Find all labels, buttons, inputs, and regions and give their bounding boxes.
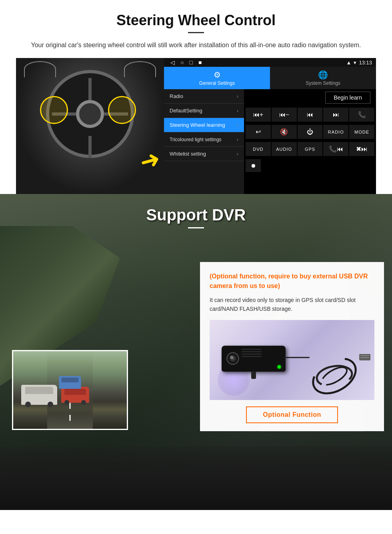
control-row-2: ↩ 🔇 ⏻ RADIO MODE [244, 123, 376, 140]
steering-wheel-bg: ➜ [16, 58, 164, 194]
begin-learn-button[interactable]: Begin learn [325, 92, 370, 104]
menu-label-tricolour: Tricoloured light settings [170, 137, 222, 142]
chevron-right-icon: › [237, 122, 238, 128]
status-time: 13:13 [359, 60, 372, 66]
chevron-right-icon: › [237, 136, 238, 142]
dvr-icon-button[interactable]: ⏺ [246, 159, 261, 172]
steering-wheel-photo: ➜ [16, 58, 164, 194]
signal-icon: ▲ [346, 60, 352, 66]
call-prev-button[interactable]: 📞⏮ [323, 142, 348, 156]
steering-section: Steering Wheel Control Your original car… [0, 0, 392, 194]
highlight-right [108, 96, 136, 124]
radio-button[interactable]: RADIO [323, 125, 348, 139]
prev-track-button[interactable]: ⏮ [298, 108, 323, 122]
tab-general[interactable]: ⚙ General Settings [164, 67, 270, 89]
menu-label-default: DefaultSetting [170, 108, 202, 114]
recent-nav[interactable]: □ [189, 59, 192, 66]
audio-button[interactable]: AUDIO [272, 142, 297, 156]
mode-button[interactable]: MODE [349, 125, 374, 139]
chevron-right-icon: › [237, 151, 238, 157]
menu-label-steering: Steering Wheel learning [170, 122, 225, 128]
status-bar: ◁ ○ □ ■ ▲ ▾ 13:13 [164, 58, 376, 67]
dvr-title: Support DVR [0, 206, 392, 224]
settings-tabs: ⚙ General Settings 🌐 System Settings [164, 67, 376, 89]
hangup-button[interactable]: ↩ [246, 125, 271, 139]
menu-label-whitelist: Whitelist setting [170, 151, 206, 157]
chevron-right-icon: › [237, 93, 238, 99]
back-nav[interactable]: ◁ [170, 59, 175, 66]
dvr-camera-image [210, 320, 374, 400]
title-divider [188, 32, 204, 33]
general-settings-icon: ⚙ [214, 70, 221, 80]
menu-item-tricolour[interactable]: Tricoloured light settings › [164, 132, 244, 147]
gauge-left [24, 61, 56, 77]
wifi-icon: ▾ [354, 60, 356, 66]
control-row-3: DVD AUDIO GPS 📞⏮ ✖⏭ [244, 140, 376, 158]
steering-subtitle: Your original car's steering wheel contr… [24, 40, 368, 50]
control-row-1: ⏮+ ⏮− ⏮ ⏭ 📞 [244, 106, 376, 123]
tab-system-label: System Settings [306, 80, 340, 86]
menu-list: Radio › DefaultSetting › Steering Wheel … [164, 89, 244, 194]
menu-item-default[interactable]: DefaultSetting › [164, 104, 244, 118]
control-panel: Begin learn ⏮+ ⏮− ⏮ ⏭ 📞 ↩ 🔇 ⏻ [244, 89, 376, 194]
tab-general-label: General Settings [199, 80, 235, 86]
spoke-bottom [88, 136, 92, 158]
control-row-4: ⏺ [244, 158, 376, 174]
android-screen: ◁ ○ □ ■ ▲ ▾ 13:13 ⚙ General Settings 🌐 S… [164, 58, 376, 194]
mute-next-button[interactable]: ✖⏭ [349, 142, 374, 156]
spoke-top [88, 78, 92, 100]
chevron-right-icon: › [237, 108, 238, 114]
dvr-description: It can record video only to storage in G… [210, 296, 374, 314]
menu-nav[interactable]: ■ [198, 59, 202, 66]
menu-item-radio[interactable]: Radio › [164, 89, 244, 104]
steering-title: Steering Wheel Control [16, 12, 376, 29]
tab-system[interactable]: 🌐 System Settings [270, 67, 376, 89]
menu-item-steering[interactable]: Steering Wheel learning › [164, 118, 244, 132]
settings-body: Radio › DefaultSetting › Steering Wheel … [164, 89, 376, 194]
nav-buttons: ◁ ○ □ ■ [168, 59, 202, 66]
dvr-optional-text: (Optional function, require to buy exter… [210, 272, 374, 291]
call-button[interactable]: 📞 [349, 108, 374, 122]
menu-item-whitelist[interactable]: Whitelist setting › [164, 147, 244, 161]
dvr-section: Support DVR [0, 194, 392, 510]
power-button[interactable]: ⏻ [298, 125, 323, 139]
next-track-button[interactable]: ⏭ [323, 108, 348, 122]
steering-content: ➜ ◁ ○ □ ■ ▲ ▾ 13:13 ⚙ General [16, 58, 376, 194]
wheel-center-hub [76, 100, 104, 128]
optional-function-button[interactable]: Optional Function [246, 406, 338, 423]
dvr-info-card: (Optional function, require to buy exter… [200, 262, 384, 431]
vol-up-button[interactable]: ⏮+ [246, 108, 271, 122]
gps-button[interactable]: GPS [298, 142, 323, 156]
yellow-arrow: ➜ [137, 144, 163, 176]
system-settings-icon: 🌐 [318, 70, 328, 80]
highlight-left [40, 96, 68, 124]
vol-down-button[interactable]: ⏮− [272, 108, 297, 122]
dvr-title-area: Support DVR [0, 194, 392, 234]
dashboard-area [0, 446, 392, 510]
mute-button[interactable]: 🔇 [272, 125, 297, 139]
dvr-preview-photo [12, 350, 128, 430]
home-nav[interactable]: ○ [180, 59, 184, 66]
dvd-button[interactable]: DVD [246, 142, 271, 156]
dvr-title-divider [188, 227, 204, 228]
gauge-right [124, 61, 156, 77]
menu-label-radio: Radio [170, 93, 183, 99]
begin-learn-row: Begin learn [244, 89, 376, 106]
